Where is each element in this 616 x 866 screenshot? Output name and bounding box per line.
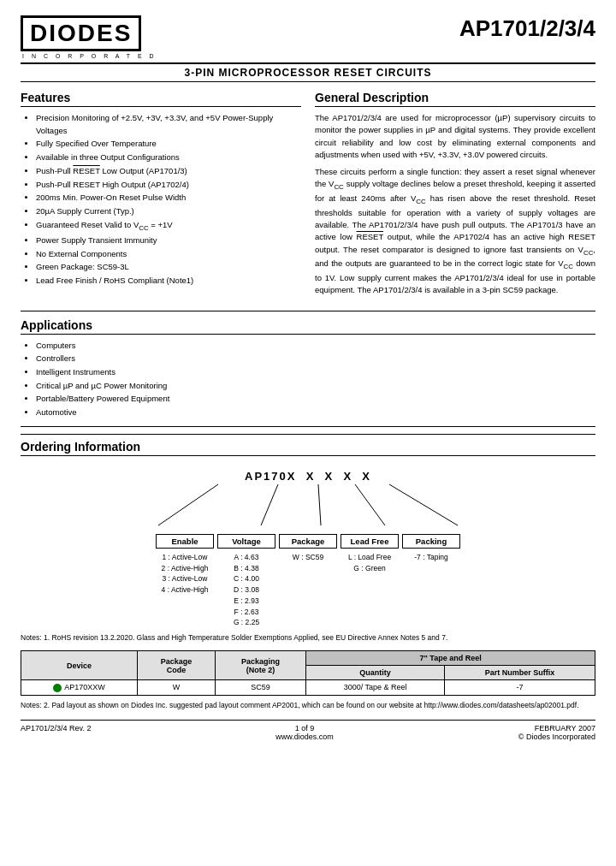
leadfree-label: Lead Free	[341, 534, 399, 549]
logo-area: DIODES I N C O R P O R A T E D	[21, 15, 157, 59]
logo-diodes: DIODES	[21, 15, 141, 51]
th-package-code: PackageCode	[138, 651, 215, 680]
svg-line-4	[389, 484, 458, 525]
list-item: Computers	[36, 340, 595, 353]
part-string: AP170X X X X X	[245, 470, 371, 483]
note2: Notes: 2. Pad layout as shown on Diodes …	[21, 701, 595, 711]
divider1	[21, 311, 595, 311]
package-detail: W : SC59	[279, 552, 337, 628]
svg-line-1	[261, 484, 278, 525]
enable-detail: 1 : Active-Low2 : Active-High3 : Active-…	[156, 552, 214, 628]
svg-line-3	[355, 484, 385, 525]
list-item: Intelligent Instruments	[36, 366, 595, 379]
footer-copyright: © Diodes Incorporated	[518, 733, 595, 741]
logo-incorporated: I N C O R P O R A T E D	[21, 53, 157, 59]
th-part-suffix: Part Number Suffix	[444, 666, 595, 680]
th-device: Device	[21, 651, 138, 680]
th-tape-reel: 7" Tape and Reel	[306, 651, 595, 666]
page-header: DIODES I N C O R P O R A T E D AP1701/2/…	[21, 15, 595, 59]
list-item: Lead Free Finish / RoHS Compliant (Note1…	[36, 275, 301, 288]
applications-list: Computers Controllers Intelligent Instru…	[21, 340, 595, 419]
list-item: Controllers	[36, 353, 595, 365]
divider2	[21, 426, 595, 427]
green-icon	[53, 684, 62, 692]
list-item: Fully Specified Over Temperature	[36, 138, 301, 151]
list-item: Guaranteed Reset Valid to VCC = +1V	[36, 219, 301, 234]
leadfree-detail: L : Load FreeG : Green	[341, 552, 399, 628]
package-label: Package	[279, 534, 337, 549]
svg-line-0	[158, 484, 218, 525]
enable-label: Enable	[156, 534, 214, 549]
footer-center: 1 of 9 www.diodes.com	[275, 724, 334, 741]
td-quantity: 3000/ Tape & Reel	[306, 680, 445, 696]
features-desc-row: Features Precision Monitoring of +2.5V, …	[21, 91, 595, 302]
ordering-table: Device PackageCode Packaging(Note 2) 7" …	[21, 650, 595, 696]
list-item: Portable/Battery Powered Equipment	[36, 393, 595, 406]
footer-left: AP1701/2/3/4 Rev. 2	[21, 724, 91, 741]
connector-lines	[103, 483, 513, 534]
applications-section: Applications Computers Controllers Intel…	[21, 318, 595, 419]
voltage-label: Voltage	[217, 534, 275, 549]
part-number: AP1701/2/3/4	[459, 15, 595, 42]
voltage-detail: A : 4.63B : 4.38C : 4.00D : 3.08E : 2.93…	[217, 552, 275, 628]
general-description-title: General Description	[315, 91, 595, 107]
footer-date: FEBRUARY 2007	[518, 724, 595, 733]
footer-website: www.diodes.com	[275, 733, 334, 741]
th-quantity: Quantity	[306, 666, 445, 680]
ordering-labels-row: Enable Voltage Package Lead Free Packing	[103, 534, 513, 549]
table-row: AP170XXW W SC59 3000/ Tape & Reel -7	[21, 680, 595, 696]
list-item: Power Supply Transient Immunity	[36, 234, 301, 247]
note1: Notes: 1. RoHS revision 13.2.2020. Glass…	[21, 633, 595, 644]
list-item: Push-Pull RESET High Output (AP1702/4)	[36, 179, 301, 192]
list-item: No External Components	[36, 248, 301, 261]
packing-label: Packing	[402, 534, 460, 549]
ordering-details-row: 1 : Active-Low2 : Active-High3 : Active-…	[103, 552, 513, 628]
list-item: Available in three Output Configurations	[36, 151, 301, 164]
list-item: Automotive	[36, 406, 595, 419]
packing-detail: -7 : Taping	[402, 552, 460, 628]
features-list: Precision Monitoring of +2.5V, +3V, +3.3…	[21, 112, 301, 288]
footer-page: 1 of 9	[275, 724, 334, 733]
list-item: Push-Pull RESET Low Output (AP1701/3)	[36, 165, 301, 178]
ordering-diagram: AP170X X X X X Enable Voltage Package Le…	[103, 461, 513, 628]
page-footer: AP1701/2/3/4 Rev. 2 1 of 9 www.diodes.co…	[21, 720, 595, 741]
list-item: Precision Monitoring of +2.5V, +3V, +3.3…	[36, 112, 301, 137]
features-section: Features Precision Monitoring of +2.5V, …	[21, 91, 301, 302]
ordering-section: Ordering Information AP170X X X X X Enab…	[21, 434, 595, 711]
list-item: Critical µP and µC Power Monitoring	[36, 380, 595, 393]
ordering-title: Ordering Information	[21, 440, 595, 456]
general-description-section: General Description The AP1701/2/3/4 are…	[315, 91, 595, 302]
general-description-para2: These circuits perform a single function…	[315, 166, 595, 297]
list-item: Green Package: SC59-3L	[36, 261, 301, 274]
general-description-para1: The AP1701/2/3/4 are used for microproce…	[315, 112, 595, 161]
subtitle-bar: 3-PIN MICROPROCESSOR RESET CIRCUITS	[21, 62, 595, 82]
td-device: AP170XXW	[21, 680, 138, 696]
footer-right: FEBRUARY 2007 © Diodes Incorporated	[518, 724, 595, 741]
list-item: 200ms Min. Power-On Reset Pulse Width	[36, 192, 301, 205]
td-suffix: -7	[444, 680, 595, 696]
svg-line-2	[318, 484, 321, 525]
applications-title: Applications	[21, 318, 595, 335]
td-package-code: W	[138, 680, 215, 696]
td-packaging: SC59	[215, 680, 306, 696]
th-packaging: Packaging(Note 2)	[215, 651, 306, 680]
features-title: Features	[21, 91, 301, 107]
list-item: 20µA Supply Current (Typ.)	[36, 205, 301, 218]
